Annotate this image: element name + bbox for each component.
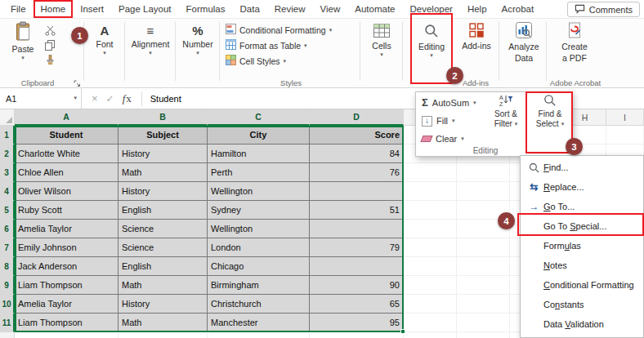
cell-C4[interactable]: Wellington — [208, 182, 310, 201]
enter-icon[interactable]: ✓ — [106, 93, 114, 105]
row-header-7[interactable]: 7 — [0, 238, 15, 257]
cell-E12[interactable] — [404, 332, 457, 338]
cell-D11[interactable]: 95 — [310, 314, 404, 332]
cell-A5[interactable]: Ruby Scott — [15, 201, 119, 220]
column-header-c[interactable]: C — [208, 109, 310, 126]
cell-B4[interactable]: History — [119, 182, 208, 201]
column-header-d[interactable]: D — [310, 109, 404, 126]
format-as-table-button[interactable]: Format as Table ▾ — [226, 38, 307, 52]
cell-D12[interactable] — [310, 332, 404, 338]
name-box[interactable]: A1 ▾ — [0, 88, 82, 109]
cell-C9[interactable]: Birmingham — [208, 276, 310, 295]
cell-E6[interactable] — [404, 220, 457, 238]
clipboard-dialog-launcher[interactable] — [74, 79, 82, 87]
cell-I1[interactable] — [606, 126, 644, 145]
cell-E3[interactable] — [404, 163, 457, 182]
cell-D6[interactable] — [310, 220, 404, 238]
analyze-data-button[interactable]: Analyze Data — [502, 22, 546, 63]
tab-view[interactable]: View — [313, 0, 348, 18]
copy-button[interactable] — [42, 38, 57, 51]
paste-button[interactable]: Paste ▾ — [7, 21, 39, 60]
cell-E8[interactable] — [404, 257, 457, 276]
cell-B3[interactable]: Math — [119, 163, 208, 182]
formula-bar-content[interactable]: Student — [150, 94, 181, 104]
cell-A9[interactable]: Liam Thompson — [15, 276, 119, 295]
cell-E9[interactable] — [404, 276, 457, 295]
tab-formulas[interactable]: Formulas — [179, 0, 233, 18]
cell-E7[interactable] — [404, 238, 457, 257]
cell-A6[interactable]: Amelia Taylor — [15, 220, 119, 238]
cell-F3[interactable] — [457, 163, 510, 182]
cell-B5[interactable]: English — [119, 201, 208, 220]
cell-B12[interactable] — [119, 332, 208, 338]
row-header-11[interactable]: 11 — [0, 314, 15, 332]
cell-A8[interactable]: Jack Anderson — [15, 257, 119, 276]
cell-C2[interactable]: Hamilton — [208, 145, 310, 163]
insert-function-icon[interactable]: ffxx — [123, 92, 132, 105]
cell-A3[interactable]: Chloe Allen — [15, 163, 119, 182]
cell-A7[interactable]: Emily Johnson — [15, 238, 119, 257]
tab-data[interactable]: Data — [233, 0, 267, 18]
cell-F10[interactable] — [457, 295, 510, 314]
cell-C6[interactable]: Wellington — [208, 220, 310, 238]
cell-B7[interactable]: Science — [119, 238, 208, 257]
cell-C3[interactable]: Perth — [208, 163, 310, 182]
cell-B6[interactable]: Science — [119, 220, 208, 238]
tab-file[interactable]: File — [3, 0, 34, 18]
row-header-1[interactable]: 1 — [0, 126, 15, 145]
cell-A12[interactable] — [15, 332, 119, 338]
cell-E4[interactable] — [404, 182, 457, 201]
menu-item-notes[interactable]: Notes — [521, 256, 643, 275]
row-header-2[interactable]: 2 — [0, 145, 15, 163]
cell-D7[interactable]: 79 — [310, 238, 404, 257]
font-group-button[interactable]: A Font ▾ — [87, 24, 123, 56]
cell-D4[interactable] — [310, 182, 404, 201]
cell-C10[interactable]: Christchurch — [208, 295, 310, 314]
cell-D1[interactable]: Score — [310, 126, 404, 145]
row-header-12[interactable] — [0, 332, 15, 338]
cell-styles-button[interactable]: Cell Styles ▾ — [226, 54, 286, 68]
tab-developer[interactable]: Developer — [402, 0, 459, 18]
menu-item-find[interactable]: Find... — [521, 158, 643, 177]
cell-C11[interactable]: Manchester — [208, 314, 310, 332]
cell-D8[interactable] — [310, 257, 404, 276]
fill-button[interactable]: ↓ Fill ▾ — [422, 113, 455, 128]
row-header-4[interactable]: 4 — [0, 182, 15, 201]
select-all-corner[interactable] — [0, 109, 15, 126]
menu-item-data-validation[interactable]: Data Validation — [521, 314, 643, 334]
cell-C7[interactable]: London — [208, 238, 310, 257]
row-header-8[interactable]: 8 — [0, 257, 15, 276]
cell-E10[interactable] — [404, 295, 457, 314]
format-painter-button[interactable] — [42, 53, 57, 66]
cell-D3[interactable]: 76 — [310, 163, 404, 182]
cell-A2[interactable]: Charlotte White — [15, 145, 119, 163]
menu-item-replace[interactable]: ⇆Replace... — [521, 177, 643, 197]
cell-B10[interactable]: History — [119, 295, 208, 314]
row-header-10[interactable]: 10 — [0, 295, 15, 314]
cell-E5[interactable] — [404, 201, 457, 220]
cell-A11[interactable]: Liam Thompson — [15, 314, 119, 332]
cell-D10[interactable]: 65 — [310, 295, 404, 314]
row-header-9[interactable]: 9 — [0, 276, 15, 295]
cell-A1[interactable]: Student — [15, 126, 119, 145]
cancel-icon[interactable]: × — [92, 92, 98, 105]
menu-item-go-to[interactable]: →Go To... — [521, 197, 643, 216]
menu-item-go-to-special[interactable]: Go To Special... — [521, 216, 643, 236]
cell-C1[interactable]: City — [208, 126, 310, 145]
cell-B11[interactable]: Math — [119, 314, 208, 332]
tab-home[interactable]: Home — [34, 0, 74, 18]
alignment-group-button[interactable]: ≡ Alignment ▾ — [127, 24, 173, 56]
tab-automate[interactable]: Automate — [347, 0, 402, 18]
cell-F8[interactable] — [457, 257, 510, 276]
number-group-button[interactable]: % Number ▾ — [178, 24, 217, 56]
column-header-b[interactable]: B — [119, 109, 208, 126]
cell-D5[interactable]: 51 — [310, 201, 404, 220]
fill-handle[interactable] — [400, 329, 405, 334]
cell-A10[interactable]: Amelia Taylor — [15, 295, 119, 314]
cell-D2[interactable]: 84 — [310, 145, 404, 163]
tab-page-layout[interactable]: Page Layout — [111, 0, 179, 18]
cell-D9[interactable]: 90 — [310, 276, 404, 295]
cell-B2[interactable]: History — [119, 145, 208, 163]
sort-filter-button[interactable]: AZ Sort & Filter▾ — [486, 94, 525, 128]
cell-F9[interactable] — [457, 276, 510, 295]
